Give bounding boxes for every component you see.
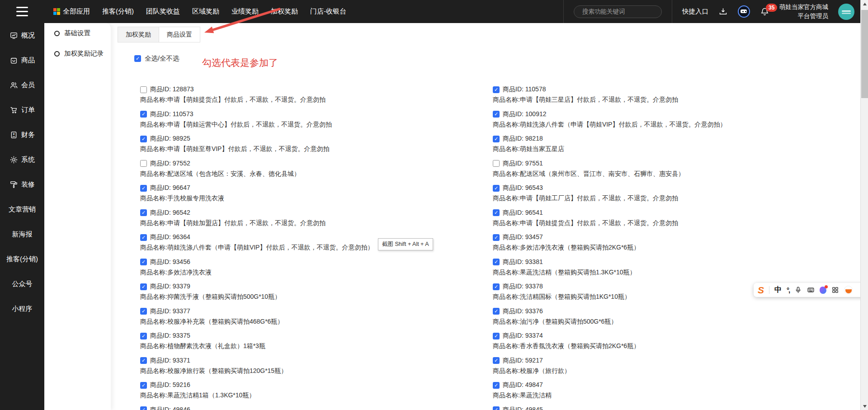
assistant-robot-icon[interactable]	[738, 5, 750, 18]
product-id-row: 商品ID: 97552	[140, 159, 493, 169]
product-checkbox[interactable]	[140, 382, 147, 389]
microphone-icon[interactable]	[794, 286, 802, 294]
product-id: 商品ID: 93371	[150, 357, 190, 365]
sidebar-item[interactable]: ¥财务	[0, 123, 44, 147]
avatar[interactable]	[838, 4, 854, 20]
product-checkbox[interactable]	[140, 283, 147, 290]
topnav-item[interactable]: 区域奖励	[192, 7, 219, 16]
sidebar-item-label: 会员	[21, 81, 35, 90]
submenu-item[interactable]: 基础设置	[44, 23, 111, 43]
product-checkbox[interactable]	[493, 185, 500, 192]
product-id-row: 商品ID: 93377	[140, 306, 493, 316]
product-name: 商品名称:申请【萌娃提货点】付款后，不退款，不退货。介意勿拍	[140, 94, 493, 104]
product-checkbox[interactable]	[493, 333, 500, 339]
select-all-label: 全选/全不选	[145, 54, 179, 63]
product-name: 商品名称:油污净（整箱购买请拍500G*6瓶）	[493, 316, 845, 326]
sogou-logo-icon[interactable]: S	[758, 285, 764, 295]
topnav-item[interactable]: 全部应用	[53, 7, 90, 16]
product-checkbox[interactable]	[493, 86, 500, 93]
sidebar-item[interactable]: 公众号	[0, 272, 44, 297]
select-all-row: 全选/全不选	[134, 54, 179, 63]
product-checkbox[interactable]	[493, 382, 500, 389]
product-checkbox[interactable]	[493, 406, 500, 410]
sidebar-item-label: 小程序	[12, 305, 33, 313]
store-name: 萌娃当家官方商城	[779, 3, 828, 12]
product-checkbox[interactable]	[140, 308, 147, 315]
topnav-item[interactable]: 加权奖励	[271, 7, 298, 16]
product-checkbox[interactable]	[140, 209, 147, 216]
product-id-row: 商品ID: 110573	[140, 109, 493, 119]
sidebar-item[interactable]: 会员	[0, 73, 44, 98]
product-id: 商品ID: 110578	[503, 85, 546, 94]
product-name: 商品名称:多效洁净洗衣液	[140, 267, 493, 277]
product-id: 商品ID: 49847	[503, 381, 543, 389]
toolbox-grid-icon[interactable]	[831, 286, 839, 294]
sidebar-item[interactable]: 系统	[0, 147, 44, 172]
submenu-item[interactable]: 加权奖励记录	[44, 43, 111, 64]
scrollbar-thumb[interactable]	[861, 10, 868, 98]
sidebar-item[interactable]: 小程序	[0, 297, 44, 321]
product-name: 商品名称:配送区域（泉州市区、晋江市、南安市、石狮市、惠安县）	[493, 169, 845, 179]
download-icon[interactable]	[718, 7, 728, 16]
topnav-item[interactable]: 门店-收银台	[310, 7, 346, 16]
product-id: 商品ID: 96364	[150, 233, 190, 241]
product-column-right: 商品ID: 110578商品名称:申请【萌娃三星店】付款后，不退款，不退货。介意…	[493, 85, 845, 410]
punctuation-icon[interactable]: °,	[787, 286, 789, 294]
product-checkbox[interactable]	[493, 111, 500, 118]
sidebar-item[interactable]: 新海报	[0, 222, 44, 247]
quick-entry-link[interactable]: 快捷入口	[682, 7, 708, 16]
scroll-down-button[interactable]	[861, 402, 868, 410]
sidebar-item[interactable]: 概况	[0, 23, 44, 48]
product-id: 商品ID: 49846	[150, 406, 190, 410]
sidebar-item[interactable]: 推客(分销)	[0, 247, 44, 272]
sidebar-item[interactable]: 商品	[0, 48, 44, 73]
product-id-row: 商品ID: 49846	[140, 405, 493, 410]
scroll-up-button[interactable]	[861, 0, 868, 8]
product-checkbox[interactable]	[493, 160, 500, 167]
search-box[interactable]	[574, 5, 662, 18]
product-checkbox[interactable]	[140, 406, 147, 410]
product-checkbox[interactable]	[493, 357, 500, 364]
product-id: 商品ID: 93377	[150, 307, 190, 316]
product-checkbox[interactable]	[140, 357, 147, 364]
sidebar-item[interactable]: 订单	[0, 98, 44, 123]
sidebar-item[interactable]: 装修	[0, 172, 44, 197]
keyboard-icon[interactable]	[807, 286, 815, 294]
scrollbar[interactable]	[860, 0, 868, 410]
product-id: 商品ID: 93457	[503, 233, 543, 241]
product-item: 商品ID: 49845	[493, 405, 845, 410]
topnav-item[interactable]: 推客(分销)	[102, 7, 134, 16]
notifications[interactable]: 35	[760, 7, 769, 16]
topnav-item[interactable]: 团队奖收益	[146, 7, 180, 16]
overview-icon	[9, 31, 18, 40]
product-checkbox[interactable]	[140, 86, 147, 93]
product-checkbox[interactable]	[493, 308, 500, 315]
product-checkbox[interactable]	[140, 136, 147, 142]
product-checkbox[interactable]	[140, 333, 147, 339]
product-checkbox[interactable]	[493, 259, 500, 265]
product-checkbox[interactable]	[140, 234, 147, 241]
chinese-mode-icon[interactable]: 中	[774, 285, 782, 295]
product-name: 商品名称:申请【萌娃工厂店】付款后，不退款，不退货。介意勿拍	[493, 193, 845, 203]
product-checkbox[interactable]	[140, 111, 147, 118]
product-checkbox[interactable]	[140, 185, 147, 192]
product-id-row: 商品ID: 93371	[140, 356, 493, 366]
product-checkbox[interactable]	[493, 234, 500, 241]
topnav-item[interactable]: 业绩奖励	[231, 7, 259, 16]
emoji-icon[interactable]	[844, 286, 853, 294]
tab-item[interactable]: 加权奖励	[118, 27, 159, 42]
product-checkbox[interactable]	[140, 160, 147, 167]
product-checkbox[interactable]	[140, 259, 147, 265]
product-checkbox[interactable]	[493, 136, 500, 142]
select-all-checkbox[interactable]	[134, 55, 141, 62]
tab-item[interactable]: 商品设置	[159, 27, 200, 42]
product-item: 商品ID: 96541商品名称:申请【萌娃提货点】付款后，不退款，不退货。介意勿…	[493, 208, 845, 228]
account-info[interactable]: 萌娃当家官方商城 平台管理员	[779, 3, 828, 20]
sidebar-item[interactable]: 文章营销	[0, 197, 44, 222]
hamburger-menu-icon[interactable]	[16, 7, 28, 16]
product-checkbox[interactable]	[493, 283, 500, 290]
product-checkbox[interactable]	[493, 209, 500, 216]
skin-theme-icon[interactable]	[820, 287, 826, 294]
product-id-row: 商品ID: 93375	[140, 331, 493, 341]
search-input[interactable]	[582, 8, 662, 15]
